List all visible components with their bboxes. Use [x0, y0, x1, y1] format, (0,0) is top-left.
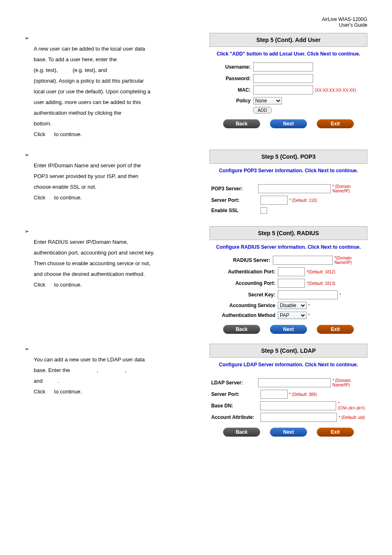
label-radius-auth: Authentication Port: [210, 269, 278, 275]
click-label: Click [34, 194, 45, 201]
radius-acctsvc-hint: * [308, 303, 310, 308]
local-p4: (optional). Assign a policy to add this … [34, 76, 201, 86]
ldap-attr-input[interactable] [261, 413, 337, 422]
ldap-attr-hint: * (Default: uid) [339, 415, 365, 420]
label-radius-server: RADIUS Server: [210, 257, 273, 263]
ldap-port-hint: * (Default: 389) [289, 392, 317, 397]
local-p1: A new user can be added to the local use… [34, 44, 201, 54]
bullet-icon: ➢ [25, 346, 29, 352]
pop3-server-hint: * (Domain Name/IP) [332, 184, 367, 193]
ldap-base-input[interactable] [260, 401, 336, 410]
ldap-server-hint: * (Domain Name/IP) [332, 378, 367, 387]
label-ldap-port: Server Port: [210, 391, 261, 397]
section-radius: ➢RADIUS Enter RADIUS server IP/Domain Na… [25, 226, 367, 334]
label-radius-method: Authentication Method [210, 312, 278, 318]
next-button[interactable]: Next [270, 119, 307, 128]
add-button[interactable]: ADD [253, 107, 272, 113]
radius-p4: and choose the desired authentication me… [34, 269, 201, 280]
next-button[interactable]: Next [270, 325, 307, 334]
continue-label: to continue. [54, 131, 82, 137]
exit-button[interactable]: Exit [317, 428, 354, 437]
ldap-dot: . [58, 378, 59, 384]
ldap-comma1: , [97, 367, 98, 373]
back-button[interactable]: Back [223, 428, 260, 437]
label-policy: Policy [210, 98, 253, 104]
label-ldap-attr: Account Attribute: [210, 414, 261, 420]
step-hint-ldap: Configure LDAP Server information. Click… [210, 362, 367, 368]
nav-row-ldap: Back Next Exit [210, 428, 367, 437]
nav-row-local: Back Next Exit [210, 119, 367, 128]
local-p7: authentication method by clicking the [34, 108, 201, 118]
click-label: Click [34, 388, 45, 395]
pop3-p1: Enter IP/Domain Name and server port of … [34, 160, 201, 171]
label-pop3-ssl: Enable SSL [210, 208, 261, 213]
label-radius-acctsvc: Accounting Service [210, 303, 278, 308]
exit-button[interactable]: Exit [317, 119, 354, 128]
ldap-base-hint: * (CN=,dc=,dc=) [338, 401, 367, 410]
local-p3b: (e.g. test), and [73, 67, 107, 73]
label-radius-acct: Accounting Port: [210, 280, 278, 286]
ldap-server-input[interactable] [258, 378, 331, 387]
username-input[interactable] [253, 62, 313, 72]
section-local-user: ➢Local User — Add User A new user can be… [25, 33, 367, 140]
label-pop3-port: Server Port: [210, 197, 261, 203]
radius-method-select[interactable]: PAP [278, 312, 307, 319]
radius-p2: authentication port, accounting port and… [34, 247, 201, 258]
ldap-p2: base. Enter the [34, 367, 70, 373]
exit-button[interactable]: Exit [317, 325, 354, 334]
pop3-port-hint: * (Default: 110) [289, 198, 317, 203]
local-p8: bottom. [34, 118, 201, 129]
label-radius-key: Secret Key: [210, 292, 278, 298]
label-pop3-server: POP3 Server: [210, 186, 258, 192]
ldap-p1: You can add a new user to the LDAP user … [34, 354, 201, 365]
radius-server-input[interactable] [273, 256, 333, 265]
pop3-p2: POP3 server provided by your ISP, and th… [34, 171, 201, 182]
radius-key-hint: * [339, 293, 341, 297]
label-mac: MAC: [210, 87, 253, 93]
bullet-icon: ➢ [25, 35, 29, 41]
pop3-ssl-checkbox[interactable] [261, 207, 267, 214]
radius-auth-input[interactable] [278, 267, 305, 276]
step-title-local: Step 5 (Cont). Add User [210, 33, 367, 47]
label-ldap-server: LDAP Server: [210, 380, 258, 386]
click-label: Click [34, 282, 45, 288]
radius-server-hint: *(Domain Name/IP) [334, 256, 367, 265]
step-hint-radius: Configure RADIUS Server information. Cli… [210, 244, 367, 250]
radius-auth-hint: *(Default: 1812) [307, 270, 335, 274]
local-p2: base. To add a user here, enter the [34, 54, 201, 65]
ldap-port-input[interactable] [261, 390, 288, 399]
pop3-p3: choose enable SSL or not. [34, 182, 201, 192]
pop3-port-input[interactable] [261, 196, 288, 205]
ldap-comma2: , [125, 367, 127, 373]
step-title-pop3: Step 5 (Cont). POP3 [210, 150, 367, 164]
radius-p3: Then choose to enable accounting service… [34, 258, 201, 269]
mac-hint: (XX:XX:XX:XX:XX:XX) [315, 88, 356, 92]
continue-label: to continue. [54, 282, 82, 288]
password-input[interactable] [253, 74, 313, 83]
radius-acct-hint: *(Default: 1813) [307, 281, 335, 286]
mac-input[interactable] [253, 86, 313, 95]
back-button[interactable]: Back [223, 325, 260, 334]
continue-label: to continue. [54, 388, 82, 395]
step-hint-local: Click "ADD" button to add Local User. Cl… [210, 51, 367, 57]
step-title-ldap: Step 5 (Cont). LDAP [210, 344, 367, 358]
click-label: Click [34, 131, 45, 137]
radius-acct-input[interactable] [278, 279, 305, 288]
radius-key-input[interactable] [278, 290, 338, 299]
policy-select[interactable]: None [253, 97, 282, 104]
radius-acctsvc-select[interactable]: Disable [278, 302, 307, 309]
pop3-server-input[interactable] [258, 184, 331, 193]
product-name: AirLive WIAS-1200G [322, 16, 367, 22]
local-p5: local user (or use the default). Upon co… [34, 86, 201, 97]
back-button[interactable]: Back [223, 119, 260, 128]
label-ldap-base: Base DN: [210, 403, 260, 409]
next-button[interactable]: Next [270, 428, 307, 437]
nav-row-radius: Back Next Exit [210, 325, 367, 334]
doc-title: User's Guide [339, 22, 367, 28]
radius-p1: Enter RADIUS server IP/Domain Name, [34, 237, 201, 247]
label-username: Username: [210, 64, 253, 70]
bullet-icon: ➢ [25, 228, 29, 234]
step-hint-pop3: Configure POP3 Server information. Click… [210, 168, 367, 173]
local-p3a: (e.g. test), [34, 67, 58, 73]
step-title-radius: Step 5 (Cont). RADIUS [210, 226, 367, 240]
